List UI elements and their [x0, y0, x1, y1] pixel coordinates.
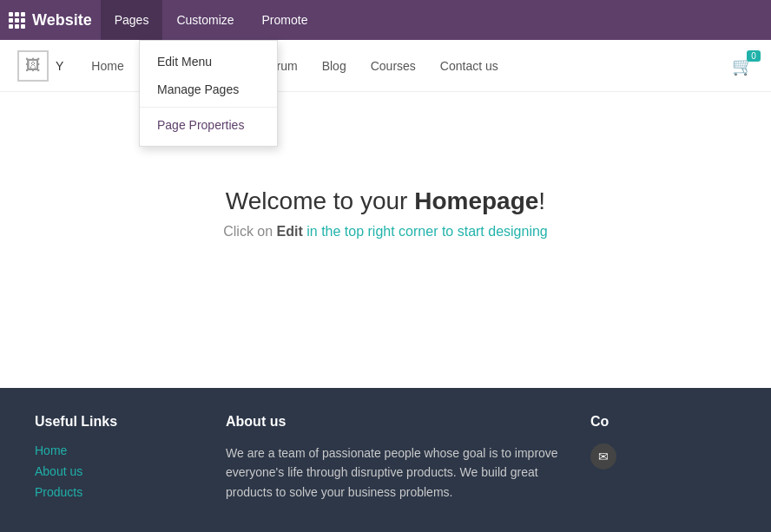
footer-link-home[interactable]: Home	[35, 443, 208, 457]
site-nav-contact[interactable]: Contact us	[430, 52, 509, 80]
site-nav-home[interactable]: Home	[81, 52, 134, 80]
pages-dropdown: Edit Menu Manage Pages Page Properties	[139, 40, 278, 147]
subtitle-teal: in the top right corner to start designi…	[303, 224, 548, 239]
footer-about-text: We are a team of passionate people whose…	[226, 443, 573, 502]
top-nav: Pages Customize Promote	[101, 0, 322, 40]
edit-word: Edit	[277, 224, 303, 239]
footer-about: About us We are a team of passionate peo…	[226, 414, 573, 506]
dropdown-divider	[140, 107, 277, 108]
cart-button[interactable]: 🛒 0	[732, 56, 754, 76]
footer-contact-title: Co	[590, 414, 736, 430]
homepage-bold: Homepage	[414, 187, 538, 214]
site-nav-courses[interactable]: Courses	[360, 52, 426, 80]
main-content: Welcome to your Homepage! Click on Edit …	[0, 92, 771, 335]
footer: Useful Links Home About us Products Abou…	[0, 388, 771, 532]
image-placeholder-icon: 🖼	[25, 56, 41, 75]
site-logo-text: Y	[56, 59, 63, 73]
dropdown-manage-pages[interactable]: Manage Pages	[140, 76, 277, 103]
cart-badge: 0	[747, 50, 761, 62]
site-header: 🖼 Y Home Shop Events Forum Blog Courses …	[0, 40, 771, 92]
grid-icon	[9, 12, 25, 29]
footer-grid: Useful Links Home About us Products Abou…	[35, 414, 736, 506]
footer-link-about[interactable]: About us	[35, 464, 208, 478]
site-logo: 🖼 Y	[17, 50, 63, 82]
welcome-heading: Welcome to your Homepage!	[226, 187, 545, 215]
dropdown-page-properties[interactable]: Page Properties	[140, 111, 277, 139]
footer-useful-links: Useful Links Home About us Products	[35, 414, 208, 506]
admin-topbar: Website Pages Customize Promote	[0, 0, 771, 40]
footer-useful-links-title: Useful Links	[35, 414, 208, 430]
footer-contact: Co ✉	[590, 414, 736, 506]
footer-link-products[interactable]: Products	[35, 485, 208, 499]
top-nav-promote[interactable]: Promote	[248, 0, 322, 40]
footer-contact-icon: ✉	[590, 443, 616, 470]
site-nav-blog[interactable]: Blog	[312, 52, 357, 80]
top-nav-customize[interactable]: Customize	[162, 0, 247, 40]
cart-icon: 🛒 0	[732, 56, 754, 76]
dropdown-edit-menu[interactable]: Edit Menu	[140, 48, 277, 76]
welcome-subtitle: Click on Edit in the top right corner to…	[223, 224, 548, 240]
app-logo: Website	[9, 11, 92, 30]
footer-about-title: About us	[226, 414, 573, 430]
site-logo-icon: 🖼	[17, 50, 49, 82]
top-nav-pages[interactable]: Pages	[101, 0, 163, 40]
app-logo-text: Website	[32, 11, 92, 30]
